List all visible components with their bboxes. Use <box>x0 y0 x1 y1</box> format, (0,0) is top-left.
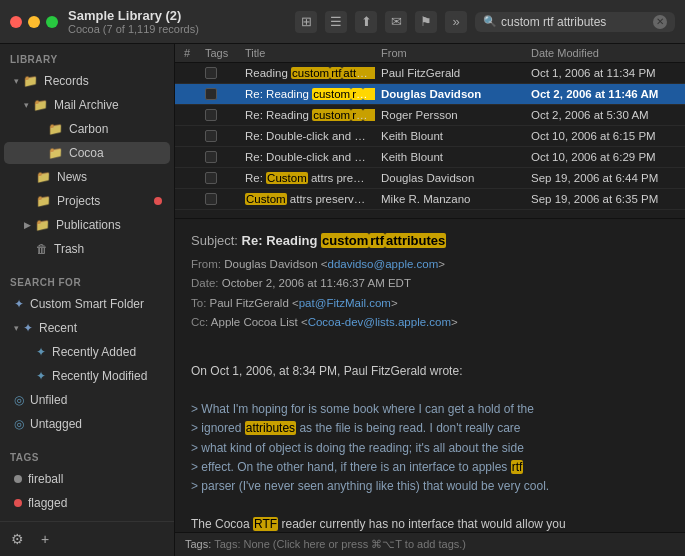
checkbox[interactable] <box>205 88 217 100</box>
checkbox[interactable] <box>205 193 217 205</box>
row-from: Douglas Davidson <box>375 170 525 186</box>
tags-bar[interactable]: Tags: Tags: None (Click here or press ⌘⌥… <box>175 532 685 556</box>
folder-icon: 📁 <box>48 146 63 160</box>
sidebar-item-carbon[interactable]: 📁 Carbon <box>4 118 170 140</box>
sidebar-item-label: Custom Smart Folder <box>30 297 144 311</box>
sidebar-item-label: Unfiled <box>30 393 67 407</box>
chevron-icon: ▾ <box>14 323 19 333</box>
checkbox[interactable] <box>205 151 217 163</box>
to-email-link[interactable]: pat@FitzMail.com <box>299 297 391 309</box>
sidebar-item-trash[interactable]: 🗑 Trash <box>4 238 170 260</box>
search-clear-button[interactable]: ✕ <box>653 15 667 29</box>
subject-highlight: rtf <box>369 233 385 248</box>
more-icon[interactable]: » <box>445 11 467 33</box>
table-row[interactable]: Re: Double-click and drag word in... Kei… <box>175 147 685 168</box>
window-subtitle: Cocoa (7 of 1,119 records) <box>68 23 295 35</box>
minimize-button[interactable] <box>28 16 40 28</box>
subject-highlight: attributes <box>385 233 446 248</box>
detail-header: Subject: Re: Reading customrtfattributes… <box>191 231 669 333</box>
checkbox[interactable] <box>205 130 217 142</box>
message-list: # Tags Title From Date Modified Reading … <box>175 44 685 219</box>
table-row[interactable]: Custom attrs preserved in RTF files? Mik… <box>175 189 685 210</box>
checkbox[interactable] <box>205 109 217 121</box>
search-for-section-header: Search For <box>0 267 174 292</box>
sidebar-item-news[interactable]: 📁 News <box>4 166 170 188</box>
highlight: rtf <box>351 88 363 100</box>
row-tags <box>199 65 239 81</box>
col-header-title: Title <box>239 47 375 59</box>
tag-label: flagged <box>28 496 67 510</box>
trash-icon: 🗑 <box>36 242 48 256</box>
search-box[interactable]: 🔍 custom rtf attributes ✕ <box>475 12 675 32</box>
table-row[interactable]: Re: Reading customrtfattributes Roger Pe… <box>175 105 685 126</box>
from-label: From: <box>191 258 224 270</box>
table-row[interactable]: Re: Reading customrtfattributes Douglas … <box>175 84 685 105</box>
flag-icon[interactable]: ⚑ <box>415 11 437 33</box>
sidebar-item-records[interactable]: ▾ 📁 Records <box>4 70 170 92</box>
untagged-icon: ◎ <box>14 417 24 431</box>
sidebar-item-label: Untagged <box>30 417 82 431</box>
recent-icon: ✦ <box>23 321 33 335</box>
row-date: Sep 19, 2006 at 6:44 PM <box>525 170 685 186</box>
sidebar-item-unfiled[interactable]: ◎ Unfiled <box>4 389 170 411</box>
col-header-from: From <box>375 47 525 59</box>
sidebar-item-mail-archive[interactable]: ▾ 📁 Mail Archive <box>4 94 170 116</box>
row-tags <box>199 191 239 207</box>
highlight: custom <box>291 67 330 79</box>
photo-icon[interactable]: ⊞ <box>295 11 317 33</box>
sidebar-item-projects[interactable]: 📁 Projects <box>4 190 170 212</box>
table-row[interactable]: Re: Custom attrs preserved in RTF... Dou… <box>175 168 685 189</box>
detail-meta-from: From: Douglas Davidson <ddavidso@apple.c… <box>191 255 669 275</box>
row-num <box>175 197 199 201</box>
folder-icon: 📁 <box>33 98 48 112</box>
detail-subject: Subject: Re: Reading customrtfattributes <box>191 231 669 251</box>
mail-icon[interactable]: ✉ <box>385 11 407 33</box>
checkbox[interactable] <box>205 67 217 79</box>
col-header-date: Date Modified <box>525 47 685 59</box>
sidebar-gear-icon[interactable]: ⚙ <box>6 528 28 550</box>
maximize-button[interactable] <box>46 16 58 28</box>
highlight: rtf <box>511 460 524 474</box>
cc-email-link[interactable]: Cocoa-dev@lists.apple.com <box>308 316 451 328</box>
sidebar-item-cocoa[interactable]: 📁 Cocoa <box>4 142 170 164</box>
sidebar-item-custom-smart-folder[interactable]: ✦ Custom Smart Folder <box>4 293 170 315</box>
detail-meta-date: Date: October 2, 2006 at 11:46:37 AM EDT <box>191 274 669 294</box>
smart-folder-icon: ✦ <box>14 297 24 311</box>
row-from: Roger Persson <box>375 107 525 123</box>
sidebar-item-recently-added[interactable]: ✦ Recently Added <box>4 341 170 363</box>
share-icon[interactable]: ⬆ <box>355 11 377 33</box>
toolbar-icons: ⊞ ☰ ⬆ ✉ ⚑ » <box>295 11 467 33</box>
library-section-header: Library <box>0 44 174 69</box>
titlebar: Sample Library (2) Cocoa (7 of 1,119 rec… <box>0 0 685 44</box>
row-from: Paul FitzGerald <box>375 65 525 81</box>
row-title: Re: Reading customrtfattributes <box>239 86 375 102</box>
sidebar-item-label: Cocoa <box>69 146 104 160</box>
checkbox[interactable] <box>205 172 217 184</box>
content-area: # Tags Title From Date Modified Reading … <box>175 44 685 556</box>
highlight: attributes <box>245 421 296 435</box>
table-row[interactable]: Re: Double-click and drag word in... Kei… <box>175 126 685 147</box>
sidebar-item-publications[interactable]: ▶ 📁 Publications <box>4 214 170 236</box>
sidebar-item-untagged[interactable]: ◎ Untagged <box>4 413 170 435</box>
sidebar-add-icon[interactable]: + <box>34 528 56 550</box>
sidebar-item-recently-modified[interactable]: ✦ Recently Modified <box>4 365 170 387</box>
sidebar-item-label: Records <box>44 74 89 88</box>
sidebar-item-tag-fireball[interactable]: fireball <box>4 468 170 490</box>
from-email-link[interactable]: ddavidso@apple.com <box>327 258 438 270</box>
sidebar-item-label: Mail Archive <box>54 98 119 112</box>
row-title: Re: Double-click and drag word in... <box>239 149 375 165</box>
sidebar-item-label: Carbon <box>69 122 108 136</box>
folder-icon: 📁 <box>48 122 63 136</box>
row-tags <box>199 86 239 102</box>
main-layout: Library ▾ 📁 Records ▾ 📁 Mail Archive 📁 C… <box>0 44 685 556</box>
note-icon[interactable]: ☰ <box>325 11 347 33</box>
sidebar-item-tag-flagged[interactable]: flagged <box>4 492 170 514</box>
row-tags <box>199 149 239 165</box>
row-date: Oct 2, 2006 at 5:30 AM <box>525 107 685 123</box>
sidebar: Library ▾ 📁 Records ▾ 📁 Mail Archive 📁 C… <box>0 44 175 556</box>
col-header-tags: Tags <box>199 47 239 59</box>
close-button[interactable] <box>10 16 22 28</box>
table-row[interactable]: Reading customrtfattributes Paul FitzGer… <box>175 63 685 84</box>
row-from: Keith Blount <box>375 149 525 165</box>
sidebar-item-recent[interactable]: ▾ ✦ Recent <box>4 317 170 339</box>
